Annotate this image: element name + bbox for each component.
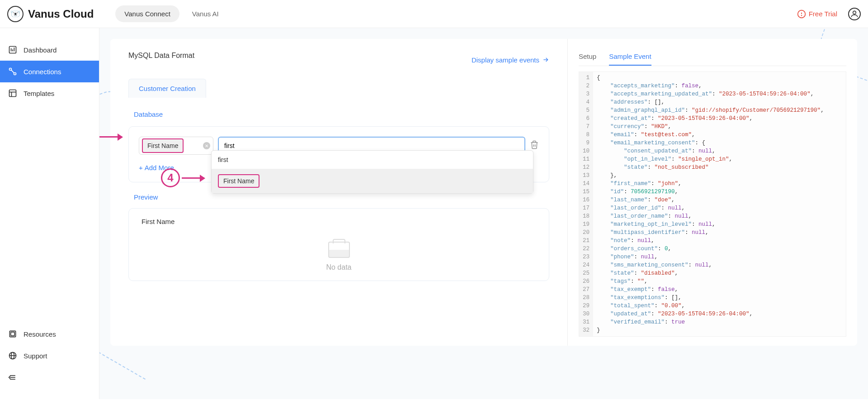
svg-line-10 xyxy=(11,70,14,73)
collapse-icon xyxy=(8,373,17,382)
preview-column-header: First Name xyxy=(142,218,536,225)
display-link-label: Display sample events xyxy=(472,56,539,64)
annotation-step-3: 3 xyxy=(99,127,122,146)
svg-point-3 xyxy=(853,11,856,14)
support-icon xyxy=(8,351,17,360)
free-trial-link[interactable]: Free Trial xyxy=(797,10,837,19)
display-sample-events-link[interactable]: Display sample events xyxy=(472,56,549,64)
annotation-step-4: 4 xyxy=(161,168,204,187)
svg-point-2 xyxy=(801,15,802,15)
field-dropdown: first First Name xyxy=(211,150,533,194)
left-panel: MySQL Data Format Display sample events … xyxy=(110,39,568,346)
empty-box-icon xyxy=(328,242,350,258)
preview-box: First Name No data xyxy=(128,208,549,281)
sidebar-item-label: Support xyxy=(24,352,47,360)
plus-icon: + xyxy=(139,164,143,171)
user-icon xyxy=(850,10,859,19)
code-content: { "accepts_marketing": false, "accepts_m… xyxy=(593,72,846,336)
free-trial-label: Free Trial xyxy=(809,10,837,18)
sidebar-item-label: Resources xyxy=(24,330,56,338)
logo-icon: 🐻‍❄️ xyxy=(7,6,24,22)
header-nav-tabs: Vanus Connect Vanus AI xyxy=(115,5,227,22)
sidebar-item-dashboard[interactable]: Dashboard xyxy=(0,39,99,61)
svg-rect-15 xyxy=(11,332,14,336)
connections-icon xyxy=(8,67,17,76)
main-content: MySQL Data Format Display sample events … xyxy=(99,28,868,399)
annotation-arrow-icon xyxy=(182,177,204,179)
user-menu-button[interactable] xyxy=(848,8,861,20)
sidebar-item-templates[interactable]: Templates xyxy=(0,82,99,104)
nav-tab-connect[interactable]: Vanus Connect xyxy=(115,5,179,22)
code-viewer[interactable]: 1234567891011121314151617181920212223242… xyxy=(579,71,846,337)
resources-icon xyxy=(8,329,17,338)
sidebar-item-label: Connections xyxy=(24,68,61,76)
logo-section: 🐻‍❄️ Vanus Cloud xyxy=(7,6,94,22)
sidebar-item-resources[interactable]: Resources xyxy=(0,323,99,345)
column-chip: First Name xyxy=(142,138,184,153)
arrow-right-icon xyxy=(542,56,549,63)
right-tab-setup[interactable]: Setup xyxy=(579,48,596,66)
right-tab-sample-event[interactable]: Sample Event xyxy=(609,48,651,66)
delete-row-button[interactable] xyxy=(530,140,539,151)
dropdown-option-first[interactable]: first xyxy=(212,151,533,169)
svg-rect-11 xyxy=(9,90,16,97)
sidebar-item-label: Templates xyxy=(24,90,54,97)
annotation-arrow-icon xyxy=(99,136,122,138)
dashboard-icon xyxy=(8,45,17,54)
sidebar-item-connections[interactable]: Connections xyxy=(0,61,99,82)
dropdown-option-label: First Name xyxy=(218,174,259,188)
code-gutter: 1234567891011121314151617181920212223242… xyxy=(579,72,593,336)
nav-tab-ai[interactable]: Vanus AI xyxy=(183,5,228,22)
tab-customer-creation[interactable]: Customer Creation xyxy=(128,79,206,98)
preview-label: Preview xyxy=(134,193,549,201)
right-panel: Setup Sample Event 123456789101112131415… xyxy=(568,39,857,346)
sidebar: Dashboard Connections Templates Resource… xyxy=(0,28,99,399)
sidebar-item-label: Dashboard xyxy=(24,46,57,54)
column-name-input[interactable]: First Name ✕ xyxy=(139,137,213,155)
templates-icon xyxy=(8,89,17,98)
brand-title: Vanus Cloud xyxy=(28,8,94,20)
dropdown-option-first-name[interactable]: First Name xyxy=(212,169,533,193)
sidebar-item-support[interactable]: Support xyxy=(0,345,99,367)
database-label: Database xyxy=(134,110,549,118)
no-data-placeholder: No data xyxy=(142,242,536,271)
alert-icon xyxy=(797,10,806,19)
decorative-line xyxy=(99,352,146,399)
trash-icon xyxy=(530,140,539,149)
sidebar-collapse-button[interactable] xyxy=(0,367,99,390)
annotation-badge: 4 xyxy=(161,168,180,187)
no-data-label: No data xyxy=(142,263,536,271)
header-right: Free Trial xyxy=(797,8,861,20)
header: 🐻‍❄️ Vanus Cloud Vanus Connect Vanus AI … xyxy=(0,0,868,28)
chip-clear-button[interactable]: ✕ xyxy=(203,142,210,149)
section-title: MySQL Data Format xyxy=(128,52,194,60)
